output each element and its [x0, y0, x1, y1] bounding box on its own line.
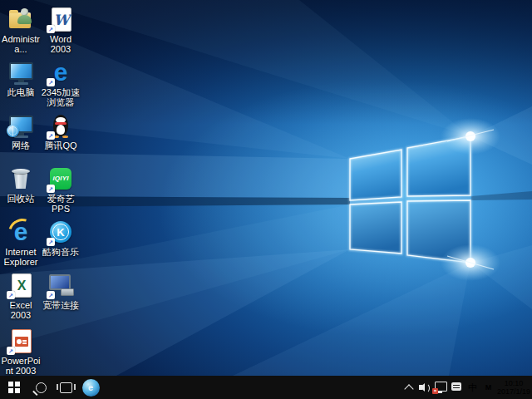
shortcut-arrow-icon — [47, 238, 55, 246]
internet-explorer-icon: e — [7, 219, 34, 245]
desktop-icon-label: Internet Explorer — [1, 247, 41, 267]
chevron-up-icon — [405, 384, 414, 393]
action-center-button[interactable] — [450, 376, 464, 399]
network-icon — [7, 112, 34, 139]
search-button[interactable] — [28, 376, 53, 399]
task-view-button[interactable] — [53, 376, 78, 399]
network-button[interactable] — [434, 376, 448, 399]
desktop-icon-powerpoint-2003[interactable]: PowerPoint 2003 — [1, 328, 41, 376]
desktop-icon-label: 2345加速浏览器 — [41, 87, 81, 107]
desktop-icon-word-2003[interactable]: W Word 2003 — [41, 6, 81, 54]
red-x-badge — [432, 388, 438, 394]
browser-e-icon: e — [82, 379, 100, 397]
desktop-icon-administrator[interactable]: Administra... — [1, 6, 41, 54]
desktop-icon-label: Administra... — [1, 34, 41, 54]
desktop-icon-label: PowerPoint 2003 — [1, 356, 41, 376]
clock-time: 10:10 — [505, 379, 524, 387]
shortcut-arrow-icon — [47, 78, 55, 86]
task-view-icon — [60, 382, 72, 393]
desktop-icons: Administra... W Word 2003 此电脑 e 2345加速浏览… — [0, 0, 91, 376]
shortcut-arrow-icon — [47, 291, 55, 299]
browser-e-icon: e — [47, 59, 74, 86]
desktop-screen: Administra... W Word 2003 此电脑 e 2345加速浏览… — [0, 0, 532, 399]
user-folder-icon — [7, 6, 34, 32]
qq-penguin-icon — [47, 112, 74, 139]
clock[interactable]: 10:10 2017/1/19 — [497, 376, 530, 399]
ime-language-button[interactable]: M — [481, 376, 495, 399]
excel-icon: X — [7, 272, 34, 298]
pinned-browser-button[interactable]: e — [78, 376, 103, 399]
desktop-icon-label: 爱奇艺PPS — [41, 194, 81, 214]
desktop-icon-kugou-music[interactable]: K 酷狗音乐 — [41, 219, 81, 257]
desktop-icon-label: 宽带连接 — [42, 300, 79, 310]
desktop-icon-label: 网络 — [12, 140, 30, 150]
broadband-connection-icon — [47, 272, 74, 298]
shortcut-arrow-icon — [7, 291, 15, 299]
taskbar: e 中 M 10:10 2017/1/19 — [0, 376, 532, 399]
computer-icon — [7, 59, 34, 86]
volume-button[interactable] — [418, 376, 432, 399]
desktop-icon-recycle-bin[interactable]: 回收站 — [1, 165, 41, 204]
desktop-icon-label: Word 2003 — [41, 34, 81, 54]
word-icon: W — [47, 6, 74, 32]
desktop-icon-label: 此电脑 — [7, 87, 35, 97]
ime-mode-button[interactable]: 中 — [466, 376, 480, 399]
desktop-icon-label: 酷狗音乐 — [42, 247, 79, 257]
shortcut-arrow-icon — [47, 25, 55, 33]
recycle-bin-icon — [7, 165, 34, 192]
desktop-icon-network[interactable]: 网络 — [1, 112, 41, 150]
shortcut-arrow-icon — [47, 185, 55, 193]
desktop-icon-2345-browser[interactable]: e 2345加速浏览器 — [41, 59, 81, 107]
tray-expand-button[interactable] — [402, 376, 416, 399]
clock-date: 2017/1/19 — [497, 387, 530, 396]
system-tray: 中 M 10:10 2017/1/19 — [402, 376, 532, 399]
speaker-icon — [419, 382, 431, 392]
desktop-icon-internet-explorer[interactable]: e Internet Explorer — [1, 219, 41, 267]
globe-icon — [7, 125, 19, 137]
desktop-icon-excel-2003[interactable]: X Excel 2003 — [1, 272, 41, 320]
powerpoint-icon — [7, 328, 34, 354]
windows-logo-icon — [8, 382, 20, 393]
iqiyi-icon: iQIYI — [47, 165, 74, 192]
desktop-icon-label: 腾讯QQ — [44, 140, 76, 150]
search-icon — [36, 382, 47, 393]
desktop-icon-tencent-qq[interactable]: 腾讯QQ — [41, 112, 81, 150]
shortcut-arrow-icon — [47, 131, 55, 140]
action-center-icon — [451, 382, 461, 391]
desktop-icon-broadband[interactable]: 宽带连接 — [41, 272, 81, 310]
desktop-icon-this-pc[interactable]: 此电脑 — [1, 59, 41, 97]
desktop-icon-label: 回收站 — [7, 194, 35, 204]
start-button[interactable] — [0, 376, 28, 399]
desktop-icon-label: Excel 2003 — [1, 300, 41, 320]
network-disconnected-icon — [435, 382, 447, 392]
kugou-icon: K — [47, 219, 74, 245]
shortcut-arrow-icon — [7, 347, 15, 355]
desktop-icon-iqiyi-pps[interactable]: iQIYI 爱奇艺PPS — [41, 165, 81, 214]
